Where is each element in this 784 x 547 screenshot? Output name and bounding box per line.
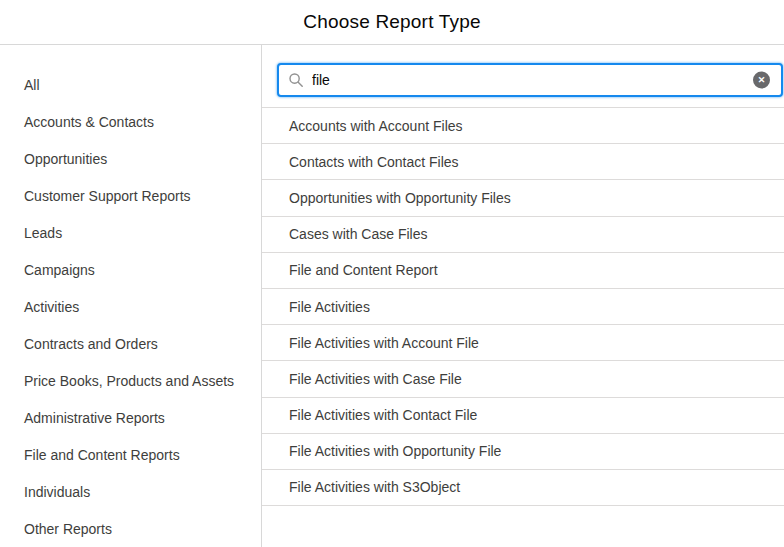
choose-report-type-modal: Choose Report Type All Accounts & Contac… xyxy=(0,0,784,547)
report-type-label: File Activities with Case File xyxy=(289,371,462,387)
report-type-row[interactable]: File Activities with Account File xyxy=(262,325,784,361)
sidebar-category-item[interactable]: Individuals xyxy=(0,473,261,510)
sidebar-category-label: Other Reports xyxy=(24,521,112,537)
sidebar-category-label: Administrative Reports xyxy=(24,410,165,426)
report-type-row[interactable]: File and Content Report xyxy=(262,253,784,289)
sidebar-category-item[interactable]: Leads xyxy=(0,214,261,251)
clear-search-icon[interactable]: ✕ xyxy=(753,72,770,89)
sidebar-category-label: All xyxy=(24,77,40,93)
sidebar-category-item[interactable]: Opportunities xyxy=(0,140,261,177)
sidebar-category-label: Price Books, Products and Assets xyxy=(24,373,234,389)
sidebar-category-label: Activities xyxy=(24,299,79,315)
report-type-row[interactable]: Cases with Case Files xyxy=(262,217,784,253)
report-type-label: Opportunities with Opportunity Files xyxy=(289,190,511,206)
sidebar-category-item[interactable]: File and Content Reports xyxy=(0,436,261,473)
page-title: Choose Report Type xyxy=(303,11,481,33)
sidebar-category-item[interactable]: Price Books, Products and Assets xyxy=(0,362,261,399)
sidebar-category-label: Opportunities xyxy=(24,151,107,167)
sidebar-category-item[interactable]: Other Reports xyxy=(0,510,261,547)
sidebar-category-item[interactable]: All xyxy=(0,66,261,103)
sidebar-category-label: Leads xyxy=(24,225,62,241)
report-type-row[interactable]: Accounts with Account Files xyxy=(262,108,784,144)
sidebar-category-item[interactable]: Administrative Reports xyxy=(0,399,261,436)
report-type-row[interactable]: File Activities with Opportunity File xyxy=(262,434,784,470)
report-type-row[interactable]: File Activities with Case File xyxy=(262,361,784,397)
modal-body: All Accounts & Contacts Opportunities Cu… xyxy=(0,45,784,547)
modal-header: Choose Report Type xyxy=(0,0,784,45)
report-type-label: Accounts with Account Files xyxy=(289,118,463,134)
report-type-label: File Activities with Account File xyxy=(289,335,479,351)
sidebar-category-label: Customer Support Reports xyxy=(24,188,191,204)
search-icon xyxy=(289,73,303,87)
sidebar-category-label: Campaigns xyxy=(24,262,95,278)
sidebar-category-item[interactable]: Campaigns xyxy=(0,251,261,288)
sidebar-category-item[interactable]: Contracts and Orders xyxy=(0,325,261,362)
sidebar-category-item[interactable]: Accounts & Contacts xyxy=(0,103,261,140)
search-area: ✕ xyxy=(262,45,784,108)
sidebar-category-label: Accounts & Contacts xyxy=(24,114,154,130)
report-type-label: Cases with Case Files xyxy=(289,226,428,242)
report-category-sidebar: All Accounts & Contacts Opportunities Cu… xyxy=(0,45,262,547)
report-type-label: File Activities xyxy=(289,299,370,315)
report-type-label: Contacts with Contact Files xyxy=(289,154,459,170)
sidebar-category-item[interactable]: Customer Support Reports xyxy=(0,177,261,214)
report-type-label: File and Content Report xyxy=(289,262,438,278)
report-type-row[interactable]: Contacts with Contact Files xyxy=(262,144,784,180)
sidebar-category-label: File and Content Reports xyxy=(24,447,180,463)
report-type-row[interactable]: File Activities xyxy=(262,289,784,325)
sidebar-category-item[interactable]: Activities xyxy=(0,288,261,325)
report-type-panel: ✕ Accounts with Account Files Contacts w… xyxy=(262,45,784,547)
search-input[interactable] xyxy=(312,72,745,88)
report-type-row[interactable]: File Activities with S3Object xyxy=(262,470,784,506)
report-type-row[interactable]: File Activities with Contact File xyxy=(262,398,784,434)
report-type-label: File Activities with Contact File xyxy=(289,407,477,423)
sidebar-category-label: Contracts and Orders xyxy=(24,336,158,352)
report-type-label: File Activities with S3Object xyxy=(289,479,460,495)
sidebar-category-label: Individuals xyxy=(24,484,90,500)
report-type-label: File Activities with Opportunity File xyxy=(289,443,501,459)
report-type-list: Accounts with Account Files Contacts wit… xyxy=(262,108,784,547)
report-type-row[interactable]: Opportunities with Opportunity Files xyxy=(262,180,784,216)
search-box: ✕ xyxy=(277,63,783,97)
